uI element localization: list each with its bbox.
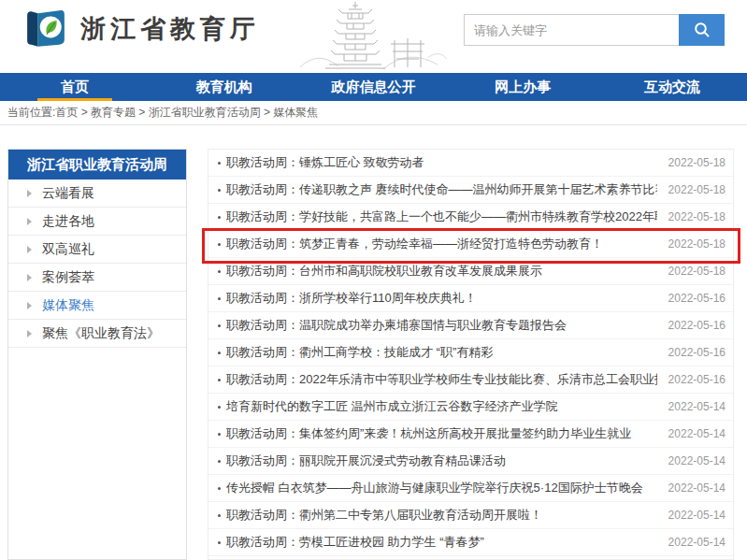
news-list-item[interactable]: 职教活动周：锤炼工匠心 致敬劳动者 2022-05-18 (208, 150, 733, 177)
news-date: 2022-05-18 (668, 237, 725, 251)
news-title: 职教活动周：台州市和高职院校职业教育改革发展成果展示 (226, 263, 657, 280)
sidebar-menu-item[interactable]: 云端看展 (8, 179, 186, 208)
sidebar-menu-item[interactable]: 聚焦《职业教育法》 (8, 320, 186, 348)
bullet-dot-icon (218, 460, 221, 463)
bullet-dot-icon (218, 406, 221, 409)
bullet-dot-icon (218, 433, 221, 436)
pagoda-sketch-icon (297, 1, 452, 72)
nav-tab-label: 互动交流 (644, 79, 700, 94)
news-list-item[interactable]: 职教活动周：温职院成功举办柬埔寨国情与职业教育专题报告会 2022-05-16 (208, 312, 733, 339)
news-date: 2022-05-14 (668, 400, 725, 413)
nav-tab[interactable]: 互动交流 (597, 73, 747, 101)
news-list-item[interactable]: 职教活动周：衢州第二中专第八届职业教育活动周开展啦！ 2022-05-14 (208, 502, 733, 529)
news-list-item[interactable]: 职教活动周：2022年乐清市中等职业学校师生专业技能比赛、乐清市总工会职业技术学… (208, 366, 733, 394)
news-list: 职教活动周：锤炼工匠心 致敬劳动者 2022-05-18 职教活动周：传递职教之… (208, 149, 734, 560)
nav-tab[interactable]: 首页 (0, 73, 150, 101)
news-date: 2022-05-18 (668, 156, 725, 169)
news-title: 职教活动周：浙所学校举行110周年校庆典礼！ (226, 290, 657, 307)
sidebar-item-label: 聚焦《职业教育法》 (42, 325, 160, 342)
news-title: 职教活动周：学好技能，共富路上一个也不能少——衢州市特殊教育学校2022年职业教… (226, 208, 657, 225)
news-list-item[interactable]: 传光授帽 白衣筑梦——舟山旅游与健康职业学院举行庆祝5·12国际护士节晚会 20… (208, 475, 733, 502)
bullet-dot-icon (218, 514, 221, 517)
bullet-dot-icon (218, 270, 221, 273)
search-button[interactable] (679, 14, 725, 46)
nav-tab[interactable]: 教育机构 (150, 73, 299, 101)
news-title: 职教活动周：筑梦正青春，劳动绘幸福——浙经贸打造特色劳动教育！ (226, 236, 657, 252)
news-date: 2022-05-18 (668, 183, 725, 196)
news-list-item[interactable]: 职教活动周：衢州工商学校：技能成才 “职”有精彩 2022-05-16 (208, 339, 733, 366)
news-date: 2022-05-16 (668, 319, 725, 332)
news-date: 2022-05-16 (668, 292, 725, 305)
bullet-dot-icon (218, 487, 221, 490)
news-title: 职教活动周：集体签约周”来袭！杭州这所高校开展批量签约助力毕业生就业 (226, 425, 657, 442)
search-icon (693, 21, 711, 39)
site-logo[interactable]: 浙江省教育厅 (24, 9, 260, 49)
news-date: 2022-05-14 (668, 536, 725, 549)
news-date: 2022-05-14 (668, 509, 725, 522)
bullet-dot-icon (218, 162, 221, 165)
news-list-item[interactable]: 职教活动周：劳模工匠进校园 助力学生 “青春梦” 2022-05-14 (208, 529, 733, 556)
main-nav: 首页 教育机构 政府信息公开 网上办事 互动交流 (0, 73, 747, 101)
news-title: 职教活动周：衢州第二中专第八届职业教育活动周开展啦！ (226, 507, 657, 524)
chevron-right-icon (27, 274, 32, 281)
site-title: 浙江省教育厅 (80, 12, 260, 46)
nav-tab-label: 教育机构 (196, 79, 252, 94)
chevron-right-icon (27, 190, 32, 197)
news-date: 2022-05-18 (668, 265, 725, 278)
sidebar-item-label: 云端看展 (42, 185, 94, 202)
news-date: 2022-05-16 (668, 346, 725, 359)
news-date: 2022-05-14 (668, 427, 725, 440)
news-list-item[interactable]: 培育新时代的数字工匠 温州市成立浙江云谷数字经济产业学院 2022-05-14 (208, 394, 733, 421)
news-title: 职教活动周：衢州工商学校：技能成才 “职”有精彩 (226, 344, 657, 361)
search-input[interactable] (464, 14, 679, 46)
news-date: 2022-05-14 (668, 454, 725, 467)
news-title: 职教活动周：温职院成功举办柬埔寨国情与职业教育专题报告会 (226, 317, 657, 334)
breadcrumb[interactable]: 当前位置:首页 > 教育专题 > 浙江省职业教育活动周 > 媒体聚焦 (0, 101, 747, 125)
news-list-item[interactable]: 职教活动周：丽职院开展沉浸式劳动教育精品课活动 2022-05-14 (208, 448, 733, 475)
sidebar-item-label: 媒体聚焦 (42, 297, 94, 314)
nav-tab-label: 政府信息公开 (331, 79, 415, 94)
bullet-dot-icon (218, 379, 221, 381)
news-list-item[interactable]: 职教活动周：筑梦正青春，劳动绘幸福——浙经贸打造特色劳动教育！ 2022-05-… (208, 231, 733, 258)
nav-tab[interactable]: 政府信息公开 (299, 73, 449, 101)
sidebar-item-label: 双高巡礼 (42, 241, 94, 258)
news-title: 职教活动周：锤炼工匠心 致敬劳动者 (226, 154, 657, 171)
news-title: 职教活动周：2022年乐清市中等职业学校师生专业技能比赛、乐清市总工会职业技术学… (226, 371, 657, 388)
nav-tab-label: 网上办事 (495, 79, 551, 94)
sidebar-menu-item[interactable]: 媒体聚焦 (8, 292, 186, 320)
news-date: 2022-05-18 (668, 210, 725, 223)
news-date: 2022-05-16 (668, 373, 725, 386)
content-area: 浙江省职业教育活动周 云端看展 走进各地 双高巡礼 (0, 125, 747, 560)
news-list-item[interactable]: 职教活动周：集体签约周”来袭！杭州这所高校开展批量签约助力毕业生就业 2022-… (208, 421, 733, 448)
chevron-right-icon (27, 330, 32, 337)
sidebar-menu: 云端看展 走进各地 双高巡礼 案例荟萃 (8, 179, 186, 348)
sidebar-menu-item[interactable]: 案例荟萃 (8, 264, 186, 292)
search-box (464, 14, 725, 46)
chevron-right-icon (27, 218, 32, 225)
book-leaf-logo-icon (24, 9, 67, 49)
chevron-right-icon (27, 246, 32, 253)
sidebar-menu-item[interactable]: 走进各地 (8, 208, 186, 236)
news-list-item[interactable]: 职教活动周：传递职教之声 赓续时代使命——温州幼师开展第十届艺术素养节比赛暨职业… (208, 177, 733, 204)
bullet-dot-icon (218, 189, 221, 192)
sidebar-menu-item[interactable]: 双高巡礼 (8, 236, 186, 264)
bullet-dot-icon (218, 297, 221, 300)
bullet-dot-icon (218, 243, 221, 246)
bullet-dot-icon (218, 352, 221, 354)
news-title: 职教活动周：丽职院开展沉浸式劳动教育精品课活动 (226, 452, 657, 469)
news-list-item[interactable]: 职教活动周：学好技能，共富路上一个也不能少——衢州市特殊教育学校2022年职业教… (208, 204, 733, 231)
news-title: 职教活动周：传递职教之声 赓续时代使命——温州幼师开展第十届艺术素养节比赛暨职业… (226, 181, 657, 198)
news-list-item[interactable]: 职教活动周：浙所学校举行110周年校庆典礼！ 2022-05-16 (208, 285, 733, 312)
site-header: 浙江省教育厅 (0, 0, 747, 73)
sidebar-item-label: 案例荟萃 (42, 269, 94, 286)
chevron-right-icon (27, 302, 32, 309)
bullet-dot-icon (218, 324, 221, 327)
nav-tab[interactable]: 网上办事 (448, 73, 597, 101)
news-title: 培育新时代的数字工匠 温州市成立浙江云谷数字经济产业学院 (226, 398, 657, 415)
active-tab-underline (37, 98, 112, 101)
sidebar: 浙江省职业教育活动周 云端看展 走进各地 双高巡礼 (7, 149, 187, 560)
news-title: 传光授帽 白衣筑梦——舟山旅游与健康职业学院举行庆祝5·12国际护士节晚会 (226, 480, 657, 496)
news-list-item[interactable]: 职教活动周：台州市和高职院校职业教育改革发展成果展示 2022-05-18 (208, 258, 733, 285)
sidebar-title: 浙江省职业教育活动周 (8, 150, 186, 179)
bullet-dot-icon (218, 216, 221, 219)
